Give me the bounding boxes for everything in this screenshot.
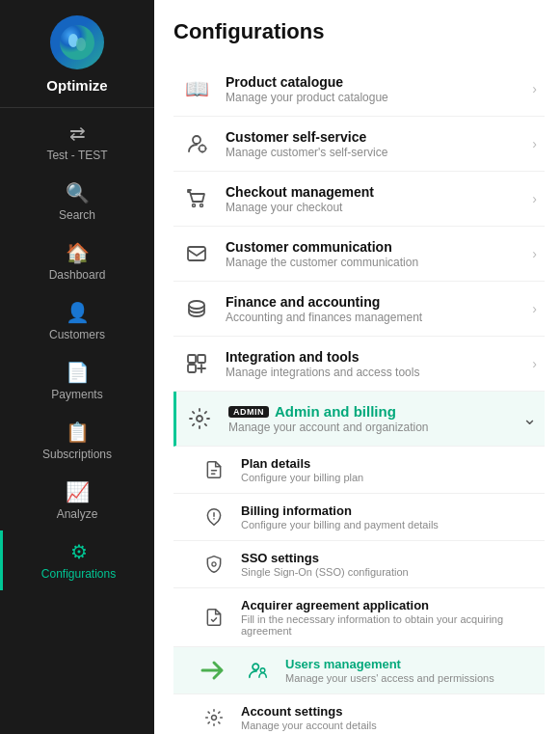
sso-settings-icon — [200, 551, 227, 578]
admin-billing-label: Admin and billing — [275, 403, 396, 420]
chevron-right-icon: › — [532, 136, 537, 151]
sidebar-item-dashboard[interactable]: 🏠 Dashboard — [0, 231, 154, 291]
config-item-product-catalogue[interactable]: 📖 Product catalogue Manage your product … — [173, 62, 545, 117]
sidebar-item-label: Test - TEST — [46, 149, 107, 162]
config-item-integration-tools[interactable]: Integration and tools Manage integration… — [173, 337, 545, 392]
checkout-management-icon — [181, 183, 212, 214]
dashboard-icon: 🏠 — [66, 241, 90, 264]
sub-name: Account settings — [241, 704, 537, 719]
config-item-customer-self-service[interactable]: Customer self-service Manage customer's … — [173, 117, 545, 172]
sub-text: SSO settings Single Sign-On (SSO) config… — [241, 551, 537, 578]
sidebar-item-label: Customers — [49, 328, 105, 341]
svg-point-14 — [253, 664, 258, 669]
config-item-customer-communication[interactable]: Customer communication Manage the custom… — [173, 227, 545, 282]
admin-billing-icon — [184, 403, 215, 434]
svg-rect-7 — [188, 247, 205, 260]
config-text: Customer communication Manage the custom… — [226, 239, 519, 269]
sub-desc: Fill in the necessary information to obt… — [241, 613, 537, 637]
sub-name: Users management — [285, 657, 537, 671]
chevron-down-icon: ⌄ — [522, 408, 537, 429]
sidebar-item-subscriptions[interactable]: 📋 Subscriptions — [0, 411, 154, 471]
arrow-pointer-icon — [200, 660, 227, 681]
svg-point-12 — [197, 416, 202, 421]
chevron-right-icon: › — [532, 301, 537, 316]
config-name: Checkout management — [226, 184, 519, 200]
config-item-admin-billing[interactable]: ADMIN Admin and billing Manage your acco… — [173, 392, 545, 447]
config-desc: Manage your checkout — [226, 201, 519, 214]
config-text: Customer self-service Manage customer's … — [226, 129, 519, 159]
config-list: 📖 Product catalogue Manage your product … — [173, 62, 545, 734]
sidebar-item-customers[interactable]: 👤 Customers — [0, 291, 154, 351]
sub-item-account-settings[interactable]: Account settings Manage your account det… — [173, 694, 545, 734]
config-item-checkout-management[interactable]: Checkout management Manage your checkout… — [173, 172, 545, 227]
config-text: Checkout management Manage your checkout — [226, 184, 519, 214]
main-content: Configurations 📖 Product catalogue Manag… — [154, 0, 560, 734]
customer-communication-icon — [181, 238, 212, 269]
sub-desc: Configure your billing and payment detai… — [241, 519, 537, 530]
sub-text: Acquirer agreement application Fill in t… — [241, 598, 537, 637]
search-icon: 🔍 — [66, 181, 90, 204]
finance-accounting-icon — [181, 293, 212, 324]
sidebar-item-label: Payments — [51, 388, 102, 401]
sidebar-item-test[interactable]: ⇄ Test - TEST — [0, 112, 154, 172]
svg-point-8 — [189, 301, 204, 309]
payments-icon: 📄 — [66, 361, 90, 384]
config-text: Product catalogue Manage your product ca… — [226, 74, 519, 104]
sidebar-item-search[interactable]: 🔍 Search — [0, 172, 154, 231]
subscriptions-icon: 📋 — [66, 421, 90, 444]
chevron-right-icon: › — [532, 356, 537, 371]
config-name: Product catalogue — [226, 74, 519, 90]
config-name: Customer self-service — [226, 129, 519, 145]
sub-name: Plan details — [241, 456, 537, 471]
logo — [50, 15, 104, 69]
sidebar-item-payments[interactable]: 📄 Payments — [0, 351, 154, 411]
plan-details-icon — [200, 456, 227, 483]
integration-tools-icon — [181, 348, 212, 379]
admin-badge: ADMIN — [228, 406, 269, 418]
chevron-right-icon: › — [532, 246, 537, 261]
svg-point-15 — [260, 668, 265, 673]
account-settings-icon — [200, 704, 227, 731]
svg-rect-9 — [188, 355, 196, 363]
config-name: ADMIN Admin and billing — [228, 403, 509, 420]
sub-item-acquirer-agreement[interactable]: Acquirer agreement application Fill in t… — [173, 588, 545, 647]
customers-icon: 👤 — [66, 301, 90, 324]
sub-text: Billing information Configure your billi… — [241, 503, 537, 530]
sidebar-item-label: Configurations — [41, 567, 116, 581]
sub-name: SSO settings — [241, 551, 537, 565]
sidebar-item-analyze[interactable]: 📈 Analyze — [0, 471, 154, 530]
users-management-icon — [245, 657, 272, 684]
config-desc: Manage your product catalogue — [226, 91, 519, 104]
sub-text: Account settings Manage your account det… — [241, 704, 537, 731]
sidebar-item-label: Search — [59, 208, 95, 222]
config-name: Finance and accounting — [226, 294, 519, 310]
svg-point-5 — [193, 204, 196, 207]
analyze-icon: 📈 — [66, 480, 90, 503]
config-text: Integration and tools Manage integration… — [226, 349, 519, 379]
config-name: Customer communication — [226, 239, 519, 255]
arrows-icon: ⇄ — [69, 122, 86, 145]
sub-item-users-management[interactable]: Users management Manage your users' acce… — [173, 647, 545, 694]
product-catalogue-icon: 📖 — [181, 73, 212, 104]
sidebar-item-label: Analyze — [57, 507, 98, 521]
sub-text: Plan details Configure your billing plan — [241, 456, 537, 483]
config-text: Finance and accounting Accounting and fi… — [226, 294, 519, 324]
sub-item-billing-information[interactable]: Billing information Configure your billi… — [173, 494, 545, 541]
config-name: Integration and tools — [226, 349, 519, 365]
sub-text: Users management Manage your users' acce… — [285, 657, 537, 684]
sidebar-brand: Optimize — [46, 77, 107, 94]
sub-item-sso-settings[interactable]: SSO settings Single Sign-On (SSO) config… — [173, 541, 545, 588]
svg-point-6 — [200, 204, 203, 207]
sidebar-divider — [0, 107, 154, 108]
page-title: Configurations — [173, 19, 545, 44]
sidebar-item-label: Subscriptions — [42, 448, 112, 461]
sub-name: Billing information — [241, 503, 537, 518]
config-desc: Manage the customer communication — [226, 256, 519, 269]
acquirer-agreement-icon — [200, 604, 227, 631]
config-desc: Accounting and finances management — [226, 311, 519, 324]
svg-point-13 — [212, 562, 216, 566]
sub-item-plan-details[interactable]: Plan details Configure your billing plan — [173, 447, 545, 494]
sidebar-item-configurations[interactable]: ⚙ Configurations — [0, 530, 154, 590]
svg-rect-11 — [188, 365, 196, 372]
config-item-finance-accounting[interactable]: Finance and accounting Accounting and fi… — [173, 282, 545, 337]
